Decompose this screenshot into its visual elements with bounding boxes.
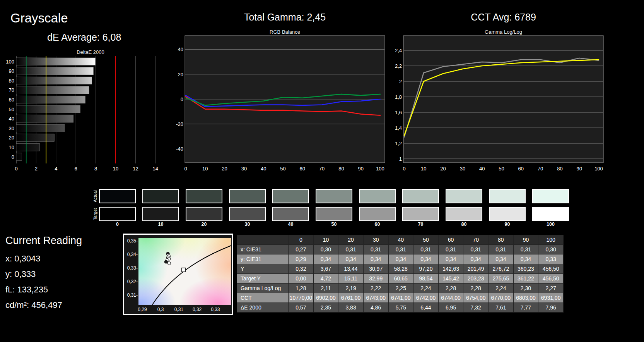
swatch-column-label: 80	[446, 222, 482, 227]
cie-x-tick-label: 0,31	[171, 307, 186, 312]
cie-x-tick-label: 0,33	[208, 307, 223, 312]
target-row-label: Target	[92, 207, 98, 222]
y-tick-label: 0	[181, 96, 183, 102]
table-cell: 6754,00	[463, 293, 489, 303]
table-cell: 0,34	[463, 254, 489, 264]
actual-row-label: Actual	[92, 189, 98, 204]
deltae-bar	[16, 124, 65, 132]
y-tick-label: 1,2	[395, 141, 402, 146]
target-swatch-row	[99, 207, 569, 221]
table-cell: 5,75	[388, 303, 413, 313]
current-reading-title: Current Reading	[5, 235, 82, 247]
table-cell: 203,23	[463, 274, 489, 284]
y-tick-label: 50	[9, 107, 14, 112]
deltae-bar	[16, 58, 96, 65]
x-tick-label: 80	[338, 166, 344, 172]
table-header-cell: 0	[289, 235, 314, 245]
target-swatch-40	[272, 207, 309, 221]
x-tick-label: 4	[55, 166, 57, 172]
table-cell: 456,50	[538, 264, 564, 274]
table-row: y: CIE310,290,340,340,340,340,340,340,34…	[237, 254, 564, 264]
table-row: CCT10770,006902,006761,006743,006741,006…	[237, 293, 564, 303]
table-row-label: CCT	[237, 293, 289, 303]
table-row: ΔE 20000,572,353,834,865,756,446,957,327…	[237, 303, 564, 313]
actual-swatch-90	[489, 189, 526, 203]
deltae-bar	[16, 153, 22, 161]
x-tick-label: 8	[94, 166, 97, 172]
cie-chromaticity-panel: 0,35-0,34-0,33-0,32-0,31- 0,290,30,310,3…	[123, 234, 233, 315]
table-cell: 0,31	[513, 245, 538, 254]
actual-swatch-20	[186, 189, 222, 203]
table-cell: 0,34	[363, 254, 388, 264]
y-tick-label: 20	[9, 135, 14, 141]
table-cell: 32,99	[363, 274, 388, 284]
swatch-column-label: 100	[532, 222, 569, 227]
x-tick-label: 10	[202, 166, 208, 172]
x-tick-label: 0	[15, 166, 17, 172]
x-tick-label: 70	[538, 166, 543, 172]
reading-x: x: 0,3043	[5, 251, 62, 266]
table-cell: 0,30	[313, 245, 338, 254]
table-cell: 30,97	[363, 264, 388, 274]
table-cell: 0,34	[489, 254, 514, 264]
y-tick-label: 80	[9, 78, 14, 84]
table-cell: 142,63	[438, 264, 463, 274]
table-cell: 0,31	[489, 245, 514, 254]
swatch-column-label: 60	[359, 222, 396, 227]
actual-swatch-100	[532, 189, 569, 203]
table-header-cell	[237, 235, 289, 245]
deltae-bar	[16, 105, 80, 113]
reading-cdm2: cd/m²: 456,497	[5, 297, 62, 313]
table-cell: 6902,00	[313, 293, 338, 303]
swatch-column-label: 70	[402, 222, 439, 227]
y-tick-label: 70	[9, 87, 14, 93]
swatch-column-label: 50	[316, 222, 352, 227]
measurement-table: 0102030405060708090100x: CIE310,270,300,…	[237, 235, 564, 313]
y-tick-label: 60	[9, 97, 14, 103]
y-tick-label: 40	[178, 46, 183, 52]
actual-swatch-70	[402, 189, 439, 203]
deltae-chart-title: DeltaE 2000	[5, 49, 176, 55]
x-tick-label: 14	[153, 166, 158, 172]
cct-avg-value: CCT Avg: 6789	[403, 12, 603, 23]
table-cell: 360,23	[513, 264, 538, 274]
y-tick-label: 1,4	[395, 125, 402, 131]
swatch-column-label: 0	[99, 222, 136, 227]
table-header-row: 0102030405060708090100	[237, 235, 564, 245]
table-cell: 3,67	[313, 264, 338, 274]
de-average-value: dE Average: 6,08	[47, 32, 121, 43]
table-cell: 6931,00	[538, 293, 564, 303]
gamma-chart-title: Gamma Log/Log	[403, 29, 603, 35]
swatch-column-label: 10	[142, 222, 179, 227]
target-swatch-10	[142, 207, 179, 221]
table-row-label: Gamma Log/Log	[237, 284, 289, 293]
deltae-2000-bar-chart: 024681012141009080706050403020100	[5, 56, 176, 172]
table-cell: 0,31	[363, 245, 388, 254]
table-cell: 6,95	[438, 303, 463, 313]
table-cell: 6761,00	[338, 293, 364, 303]
cie-x-tick-label: 0,3	[153, 307, 168, 312]
deltae-bar	[16, 143, 39, 151]
target-swatch-50	[316, 207, 352, 221]
x-tick-label: 30	[460, 166, 465, 172]
x-tick-label: 40	[479, 166, 485, 172]
table-cell: 15,11	[338, 274, 364, 284]
x-tick-label: 20	[222, 166, 227, 172]
table-cell: 0,31	[463, 245, 489, 254]
actual-swatch-50	[316, 189, 352, 203]
table-cell: 6741,00	[388, 293, 413, 303]
table-cell: 7,61	[489, 303, 514, 313]
actual-swatch-10	[142, 189, 179, 203]
x-tick-label: 60	[518, 166, 524, 172]
table-header-cell: 30	[363, 235, 388, 245]
x-tick-label: 50	[499, 166, 504, 172]
x-tick-label: 80	[557, 166, 562, 172]
cie-x-tick-label: 0,29	[135, 307, 150, 312]
actual-swatch-60	[359, 189, 396, 203]
table-cell: 13,44	[338, 264, 364, 274]
total-gamma-value: Total Gamma: 2,45	[185, 12, 385, 23]
x-tick-label: 2	[35, 166, 38, 172]
table-header-cell: 60	[438, 235, 463, 245]
y-tick-label: -40	[176, 146, 183, 152]
table-cell: 0,31	[388, 245, 413, 254]
